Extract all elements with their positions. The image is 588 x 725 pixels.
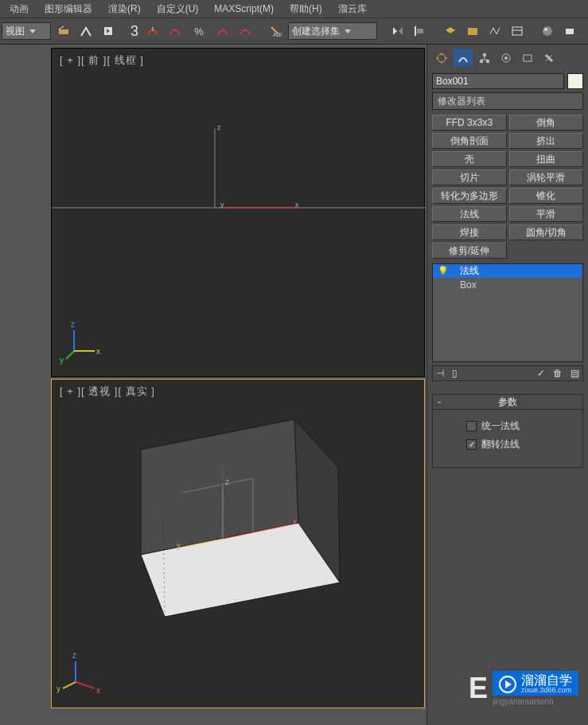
modifier-stack[interactable]: 💡 法线 💡 Box — [432, 263, 583, 362]
mod-twist[interactable]: 扭曲 — [509, 151, 584, 167]
snap-toggle-1[interactable] — [143, 21, 162, 41]
curve-editor-button[interactable] — [485, 21, 504, 41]
command-panel: 修改器列表 FFD 3x3x3 倒角 倒角剖面 挤出 壳 扭曲 切片 涡轮平滑 … — [426, 45, 588, 725]
checkbox-flip-label: 翻转法线 — [481, 438, 520, 451]
svg-line-45 — [63, 682, 76, 688]
object-color-swatch[interactable] — [567, 73, 583, 89]
svg-rect-55 — [480, 60, 483, 63]
stack-toolbar: ⊣ ▯ ✓ 🗑 ▤ — [432, 365, 583, 381]
mirror-button[interactable] — [388, 21, 407, 41]
chevron-down-icon — [29, 29, 36, 33]
menu-liuyun[interactable]: 溜云库 — [330, 2, 375, 16]
checkbox-unify-normals[interactable] — [466, 421, 477, 431]
menu-render[interactable]: 渲染(R) — [100, 2, 149, 16]
tab-display[interactable] — [518, 49, 537, 67]
mod-slice[interactable]: 切片 — [432, 170, 507, 185]
view-dropdown[interactable]: 视图 — [2, 22, 51, 40]
svg-rect-12 — [512, 27, 522, 35]
svg-point-14 — [543, 26, 552, 36]
stack-item-box[interactable]: 💡 Box — [433, 278, 582, 291]
stack-item-label: Box — [460, 279, 477, 290]
render-setup-button[interactable] — [560, 21, 579, 41]
snap-toggle-2[interactable] — [165, 21, 185, 41]
mod-bevel-profile[interactable]: 倒角剖面 — [432, 133, 507, 149]
toolbar-btn-2[interactable] — [76, 21, 95, 41]
svg-marker-10 — [446, 27, 455, 33]
tab-create[interactable] — [432, 49, 451, 67]
menu-animation[interactable]: 动画 — [2, 2, 37, 16]
material-editor-button[interactable] — [538, 21, 557, 41]
mod-smooth[interactable]: 平滑 — [509, 206, 584, 222]
mod-fillet[interactable]: 圆角/切角 — [509, 224, 584, 240]
lightbulb-icon[interactable]: 💡 — [438, 266, 449, 276]
svg-rect-54 — [483, 53, 486, 57]
snap-value: 3 — [129, 23, 140, 40]
align-button[interactable] — [411, 21, 430, 41]
svg-rect-56 — [486, 60, 489, 63]
svg-marker-6 — [393, 27, 397, 35]
layer-button[interactable] — [441, 21, 460, 41]
toolbar-btn-3[interactable] — [99, 21, 118, 41]
tab-hierarchy[interactable] — [475, 49, 494, 67]
svg-rect-0 — [59, 29, 68, 34]
schematic-button[interactable] — [508, 21, 527, 41]
mod-extrude[interactable]: 挤出 — [509, 133, 584, 149]
tab-modify[interactable] — [454, 49, 473, 67]
modifier-list-dropdown[interactable]: 修改器列表 — [432, 92, 583, 110]
viewport-front[interactable]: [ + ][ 前 ][ 线框 ] z y x z x y — [51, 48, 425, 377]
svg-text:x: x — [295, 201, 299, 209]
svg-line-25 — [66, 351, 74, 359]
svg-rect-9 — [417, 29, 423, 33]
make-unique-icon[interactable]: ✓ — [537, 368, 545, 379]
menu-customize[interactable]: 自定义(U) — [149, 2, 207, 16]
snap-toggle-4[interactable] — [236, 21, 255, 41]
svg-line-1 — [59, 26, 64, 29]
svg-text:z: z — [71, 320, 75, 329]
configure-sets-icon[interactable]: ▤ — [570, 368, 579, 379]
svg-text:y: y — [220, 201, 224, 209]
mod-taper[interactable]: 锥化 — [509, 188, 584, 204]
object-name-row — [432, 73, 583, 89]
mod-ffd[interactable]: FFD 3x3x3 — [432, 115, 507, 131]
modifier-list-label: 修改器列表 — [438, 95, 485, 108]
selection-set-dropdown[interactable]: 创建选择集 — [288, 22, 377, 40]
svg-text:y: y — [60, 356, 64, 364]
selection-set-label: 创建选择集 — [292, 25, 340, 38]
checkbox-flip-normals[interactable]: ✓ — [466, 439, 477, 450]
snap-toggle-3[interactable] — [213, 21, 232, 41]
svg-text:z: z — [225, 477, 229, 486]
percent-snap[interactable]: % — [188, 21, 210, 41]
svg-point-60 — [504, 57, 508, 60]
rollout-header-params[interactable]: - 参数 — [432, 394, 583, 410]
object-name-input[interactable] — [432, 73, 564, 89]
mod-weld[interactable]: 焊接 — [432, 224, 507, 240]
mod-normal[interactable]: 法线 — [432, 206, 507, 222]
checkbox-unify-normals-row: 统一法线 — [466, 419, 574, 433]
pin-stack-icon[interactable]: ⊣ — [436, 368, 444, 379]
tab-motion[interactable] — [496, 49, 516, 67]
tab-utilities[interactable] — [539, 49, 559, 67]
layer-explorer[interactable] — [463, 21, 482, 41]
stack-item-normal[interactable]: 💡 法线 — [433, 264, 582, 278]
mod-to-poly[interactable]: 转化为多边形 — [432, 188, 507, 204]
mod-turbosmooth[interactable]: 涡轮平滑 — [509, 170, 584, 185]
rollout-title: 参数 — [498, 396, 517, 409]
edit-named-sel[interactable]: ABC — [266, 21, 285, 41]
viewport-perspective[interactable]: [ + ][ 透视 ][ 真实 ] — [51, 379, 425, 708]
svg-text:x: x — [96, 347, 100, 356]
menu-help[interactable]: 帮助(H) — [282, 2, 330, 16]
main-toolbar: 视图 3 % ABC 创建选择集 — [0, 18, 588, 45]
svg-text:ABC: ABC — [273, 32, 282, 37]
mod-bevel[interactable]: 倒角 — [509, 115, 584, 131]
toolbar-btn-1[interactable] — [54, 21, 73, 41]
show-end-result-icon[interactable]: ▯ — [452, 368, 458, 379]
svg-text:z: z — [72, 651, 76, 660]
checkbox-flip-normals-row: ✓ 翻转法线 — [466, 438, 574, 451]
mod-trim-extend[interactable]: 修剪/延伸 — [432, 243, 507, 259]
mod-shell[interactable]: 壳 — [432, 151, 507, 167]
menu-maxscript[interactable]: MAXScript(M) — [206, 3, 282, 14]
menu-graph-editor[interactable]: 图形编辑器 — [37, 2, 100, 16]
menu-bar: 动画 图形编辑器 渲染(R) 自定义(U) MAXScript(M) 帮助(H)… — [0, 0, 588, 18]
remove-modifier-icon[interactable]: 🗑 — [553, 368, 563, 379]
svg-line-44 — [76, 682, 95, 688]
